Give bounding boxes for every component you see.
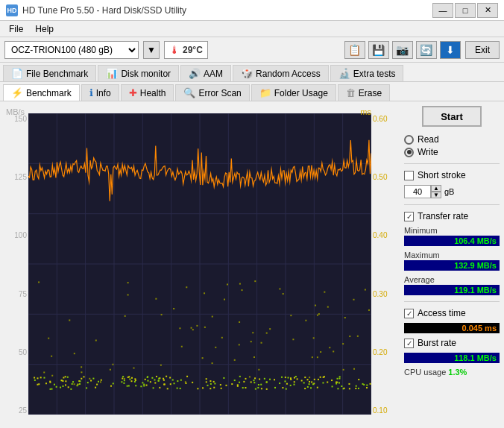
spinbox-buttons: ▲ ▼ [431,185,441,198]
maximum-label: Maximum [404,251,500,259]
exit-button[interactable]: Exit [465,41,500,59]
burst-rate-stat: 118.1 MB/s [404,353,500,363]
divider-1 [404,163,500,164]
transfer-rate-checkbox[interactable]: Transfer rate [404,211,500,221]
minimize-button[interactable]: — [432,3,453,18]
y-axis-right-label: ms [360,107,371,116]
tab-error-scan[interactable]: 🔍 Error Scan [175,84,249,101]
minimum-value: 106.4 MB/s [404,236,500,246]
app-icon: HD [6,4,18,16]
drive-select[interactable]: OCZ-TRION100 (480 gB) [4,41,139,59]
disk-monitor-icon: 📊 [106,68,118,79]
folder-usage-icon: 📁 [259,87,271,98]
tab-aam[interactable]: 🔊 AAM [180,65,231,81]
spinbox-down[interactable]: ▼ [431,192,441,198]
tab-extra-tests[interactable]: 🔬 Extra tests [330,65,404,81]
tab-folder-usage[interactable]: 📁 Folder Usage [251,84,336,101]
restore-button[interactable]: □ [455,3,476,18]
toolbar: OCZ-TRION100 (480 gB) ▼ 🌡 29°C 📋 💾 📷 🔄 ⬇… [0,37,504,63]
menu-file[interactable]: File [3,22,29,36]
window-title: HD Tune Pro 5.50 - Hard Disk/SSD Utility [22,5,432,16]
average-value: 119.1 MB/s [404,285,500,295]
radio-read-circle [404,135,414,145]
burst-rate-value: 118.1 MB/s [404,353,500,363]
cpu-usage-value: 1.3% [448,368,467,377]
random-access-icon: 🎲 [241,68,253,79]
temperature-value: 29°C [183,45,203,55]
access-time-value: 0.045 ms [404,323,500,333]
tab-disk-monitor[interactable]: 📊 Disk monitor [98,65,179,81]
extra-tests-icon: 🔬 [338,68,350,79]
right-panel: Start Read Write Short stroke ▲ ▼ [400,101,504,428]
tab-health[interactable]: ✚ Health [121,84,174,101]
menu-bar: File Help [0,21,504,37]
stroke-input[interactable] [404,185,431,198]
tab-benchmark[interactable]: ⚡ Benchmark [3,84,80,101]
access-time-checkbox[interactable]: Access time [404,308,500,318]
menu-help[interactable]: Help [29,22,60,36]
tab-row-2: ⚡ Benchmark ℹ Info ✚ Health 🔍 Error Scan… [0,82,504,101]
y-axis-left-ticks: 150 125 100 75 50 25 [3,115,27,415]
toolbar-icon-3[interactable]: 📷 [392,41,413,59]
temperature-display: 🌡 29°C [164,41,208,59]
short-stroke-checkbox[interactable]: Short stroke [404,170,500,180]
radio-read[interactable]: Read [404,134,500,145]
aam-icon: 🔊 [189,68,201,79]
transfer-rate-checkbox-box [404,212,414,221]
tab-erase[interactable]: 🗑 Erase [338,84,390,101]
burst-rate-checkbox-box [404,339,414,348]
benchmark-icon: ⚡ [11,87,23,98]
tab-random-access[interactable]: 🎲 Random Access [233,65,329,81]
toolbar-icon-2[interactable]: 💾 [368,41,389,59]
minimum-label: Minimum [404,226,500,235]
access-time-checkbox-box [404,309,414,318]
health-icon: ✚ [129,87,137,98]
radio-group: Read Write [404,134,500,157]
stroke-spinbox[interactable]: ▲ ▼ [404,185,441,198]
cpu-usage: CPU usage 1.3% [404,368,500,377]
toolbar-icon-group: 📋 💾 📷 🔄 ⬇ [344,41,461,59]
title-bar: HD HD Tune Pro 5.50 - Hard Disk/SSD Util… [0,0,504,21]
access-time-stat: 0.045 ms [404,323,500,333]
main-content: MB/s ms 150 125 100 75 50 25 0.60 0.50 0… [0,101,504,428]
y-axis-right-ticks: 0.60 0.50 0.40 0.30 0.20 0.10 [373,115,397,415]
average-label: Average [404,275,500,284]
radio-write-circle [404,148,414,157]
burst-rate-checkbox[interactable]: Burst rate [404,338,500,348]
tab-file-benchmark[interactable]: 📄 File Benchmark [3,65,96,81]
thermometer-icon: 🌡 [169,44,180,56]
maximum-stat: Maximum 132.9 MB/s [404,251,500,271]
benchmark-chart [28,113,371,415]
window-controls: — □ ✕ [432,3,498,18]
chart-container: MB/s ms 150 125 100 75 50 25 0.60 0.50 0… [0,101,400,428]
maximum-value: 132.9 MB/s [404,260,500,271]
minimum-stat: Minimum 106.4 MB/s [404,226,500,246]
divider-2 [404,204,500,205]
tab-row-1: 📄 File Benchmark 📊 Disk monitor 🔊 AAM 🎲 … [0,63,504,82]
info-icon: ℹ [89,87,93,98]
drive-dropdown-button[interactable]: ▼ [143,41,160,59]
spinbox-up[interactable]: ▲ [431,185,441,192]
toolbar-icon-4[interactable]: 🔄 [416,41,437,59]
stroke-unit: gB [444,187,454,196]
divider-3 [404,301,500,302]
average-stat: Average 119.1 MB/s [404,275,500,295]
toolbar-icon-5[interactable]: ⬇ [440,41,461,59]
close-button[interactable]: ✕ [477,3,498,18]
radio-write[interactable]: Write [404,147,500,157]
tab-info[interactable]: ℹ Info [81,84,119,101]
toolbar-icon-1[interactable]: 📋 [344,41,365,59]
error-scan-icon: 🔍 [183,87,195,98]
erase-icon: 🗑 [346,87,356,98]
file-benchmark-icon: 📄 [11,68,23,79]
short-stroke-row: ▲ ▼ gB [404,185,500,198]
start-button[interactable]: Start [422,106,482,127]
short-stroke-checkbox-box [404,171,414,180]
